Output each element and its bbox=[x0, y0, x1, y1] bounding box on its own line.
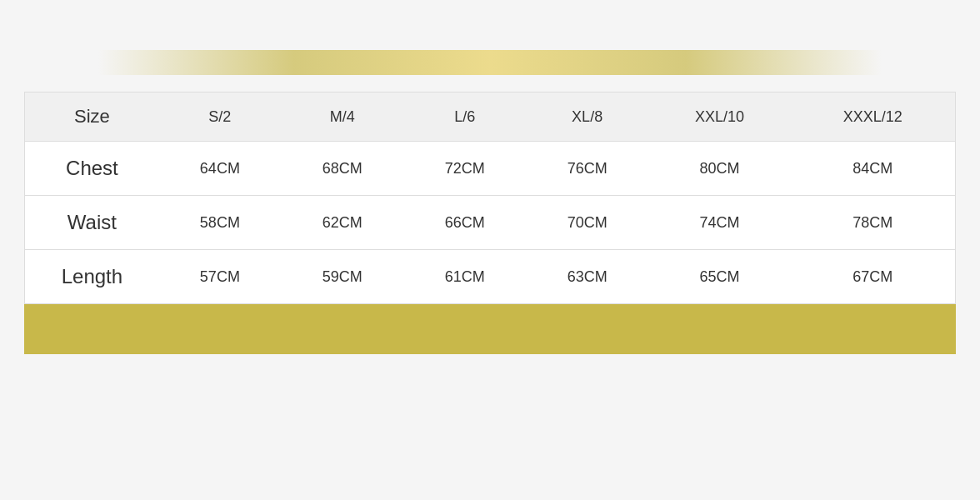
waist-xl8: 70CM bbox=[526, 196, 648, 250]
length-xxxl12: 67CM bbox=[791, 250, 955, 304]
xxxl12-column-header: XXXL/12 bbox=[791, 92, 955, 142]
chest-xxxl12: 84CM bbox=[791, 142, 955, 196]
waist-l6: 66CM bbox=[403, 196, 526, 250]
page-container: Size S/2 M/4 L/6 XL/8 XXL/10 XXXL/12 Che… bbox=[0, 0, 980, 500]
waist-xxl10: 74CM bbox=[648, 196, 791, 250]
xl8-column-header: XL/8 bbox=[526, 92, 648, 142]
size-chart-table: Size S/2 M/4 L/6 XL/8 XXL/10 XXXL/12 Che… bbox=[25, 92, 954, 303]
chest-s2: 64CM bbox=[158, 142, 281, 196]
size-table-wrapper: Size S/2 M/4 L/6 XL/8 XXL/10 XXXL/12 Che… bbox=[24, 92, 955, 304]
m4-column-header: M/4 bbox=[281, 92, 403, 142]
chest-label: Chest bbox=[25, 142, 158, 196]
chest-xl8: 76CM bbox=[526, 142, 648, 196]
table-header-row: Size S/2 M/4 L/6 XL/8 XXL/10 XXXL/12 bbox=[25, 92, 954, 142]
s2-column-header: S/2 bbox=[158, 92, 281, 142]
waist-m4: 62CM bbox=[281, 196, 403, 250]
l6-column-header: L/6 bbox=[403, 92, 526, 142]
chest-xxl10: 80CM bbox=[648, 142, 791, 196]
gold-accent-bar bbox=[24, 304, 955, 354]
chest-m4: 68CM bbox=[281, 142, 403, 196]
length-m4: 59CM bbox=[281, 250, 403, 304]
waist-xxxl12: 78CM bbox=[791, 196, 955, 250]
length-label: Length bbox=[25, 250, 158, 304]
size-column-header: Size bbox=[25, 92, 158, 142]
title-bar bbox=[0, 50, 980, 75]
length-l6: 61CM bbox=[403, 250, 526, 304]
chest-l6: 72CM bbox=[403, 142, 526, 196]
length-row: Length 57CM 59CM 61CM 63CM 65CM 67CM bbox=[25, 250, 954, 304]
waist-s2: 58CM bbox=[158, 196, 281, 250]
length-xl8: 63CM bbox=[526, 250, 648, 304]
xxl10-column-header: XXL/10 bbox=[648, 92, 791, 142]
length-xxl10: 65CM bbox=[648, 250, 791, 304]
waist-label: Waist bbox=[25, 196, 158, 250]
length-s2: 57CM bbox=[158, 250, 281, 304]
waist-row: Waist 58CM 62CM 66CM 70CM 74CM 78CM bbox=[25, 196, 954, 250]
chest-row: Chest 64CM 68CM 72CM 76CM 80CM 84CM bbox=[25, 142, 954, 196]
